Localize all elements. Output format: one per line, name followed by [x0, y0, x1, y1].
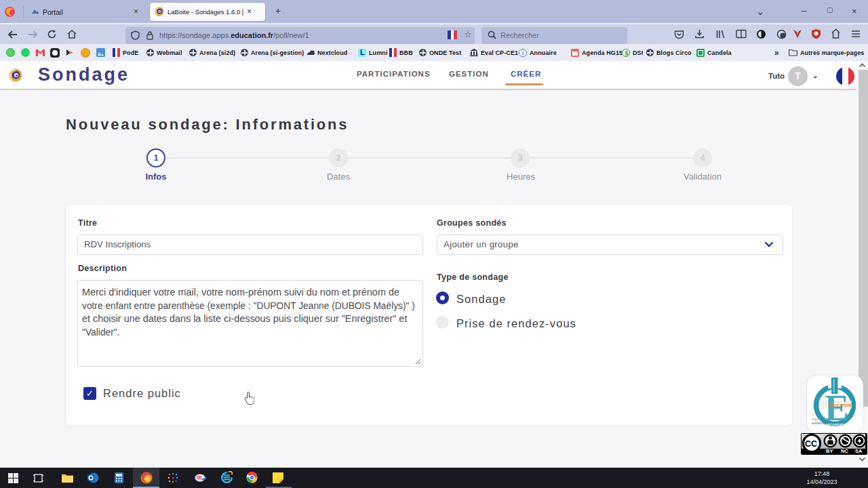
svg-text:PICARDIE: PICARDIE	[826, 423, 844, 427]
svg-text:ÉDUCATION: ÉDUCATION	[829, 403, 851, 407]
svg-text:CC: CC	[805, 439, 817, 449]
svg-text:région: région	[812, 418, 821, 421]
